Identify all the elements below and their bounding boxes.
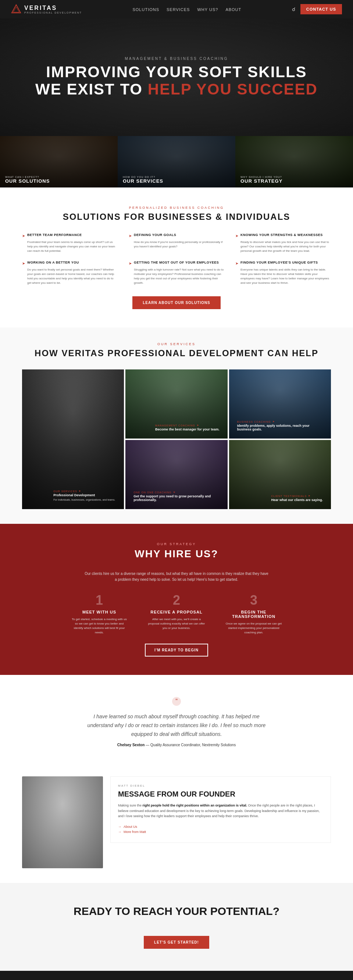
services-section: OUR SERVICES HOW VERITAS PROFESSIONAL DE… [0, 328, 353, 524]
why-tag: OUR STRATEGY [22, 542, 331, 546]
solution-title-4: WORKING ON A BETTER YOU [27, 261, 79, 264]
logo-name: VERITAS [24, 5, 57, 11]
cta-title: READY TO REACH YOUR POTENTIAL? [22, 905, 331, 918]
service-card-tag-4: ONE ON ONE COACHING ➤ [134, 491, 219, 494]
hero-section: MANAGEMENT & BUSINESS COACHING IMPROVING… [0, 18, 353, 136]
testimonial-author: Chelsey Sexton — Quality Assurance Coord… [22, 743, 331, 747]
navigation: VERITAS PROFESSIONAL DEVELOPMENT SOLUTIO… [0, 0, 353, 18]
service-card-title-5: Hear what our clients are saying. [271, 498, 323, 502]
quote-icon: " [22, 697, 331, 708]
solution-arrow-6: ➤ [235, 261, 238, 266]
solution-5: ➤ GETTING THE MOST OUT OF YOUR EMPLOYEES… [129, 261, 224, 285]
contact-us-button[interactable]: CONTACT US [301, 4, 342, 14]
step-1: 1 MEET WITH US To get started, schedule … [70, 593, 129, 635]
nav-why[interactable]: WHY US? [197, 6, 218, 13]
learn-solutions-button[interactable]: LEARN ABOUT OUR SOLUTIONS [132, 296, 221, 309]
svg-marker-1 [13, 7, 19, 12]
nav-solutions[interactable]: SOLUTIONS [132, 6, 159, 13]
svg-marker-0 [12, 5, 21, 13]
service-card-tag-5: CLIENT TESTIMONIALS ➤ [271, 495, 323, 497]
card-3-title: OUR STRATEGY [240, 178, 348, 184]
logo-tagline: PROFESSIONAL DEVELOPMENT [24, 11, 82, 14]
svg-text:": " [175, 698, 178, 704]
founder-content: MATT DIEBEL MESSAGE FROM OUR FOUNDER Mak… [110, 776, 331, 843]
solution-title-6: FINDING YOUR EMPLOYEE'S UNIQUE GIFTS [240, 261, 318, 264]
nav-about[interactable]: ABOUT [226, 6, 241, 13]
testimonial-quote: I have learned so much about myself thro… [84, 713, 269, 738]
step-3: 3 BEGIN THE TRANSFORMATION Once we agree… [224, 593, 283, 635]
step-2: 2 RECEIVE A PROPOSAL After we meet with … [147, 593, 206, 635]
services-tag: OUR SERVICES [22, 342, 331, 346]
services-title: HOW VERITAS PROFESSIONAL DEVELOPMENT CAN… [22, 348, 331, 358]
solution-arrow-4: ➤ [22, 261, 25, 266]
service-card-desc-1: For individuals, businesses, organizatio… [53, 498, 115, 501]
service-card-2[interactable]: MANAGEMENT COACHING ➤ Become the best ma… [126, 369, 227, 439]
step-title-2: RECEIVE A PROPOSAL [147, 610, 206, 614]
solution-3: ➤ KNOWING YOUR STRENGTHS & WEAKNESSES Re… [235, 233, 331, 253]
hero-subtitle: MANAGEMENT & BUSINESS COACHING [35, 57, 318, 60]
hero-card-strategy[interactable]: WHY SHOULD I HIRE YOU? OUR STRATEGY [235, 136, 353, 188]
service-card-5[interactable]: CLIENT TESTIMONIALS ➤ Hear what our clie… [229, 440, 331, 509]
solution-arrow-5: ➤ [129, 261, 132, 266]
service-card-1[interactable]: OUR SERVICES ➤ Professional Development … [22, 369, 124, 509]
get-started-button[interactable]: LET'S GET STARTED! [144, 936, 209, 949]
service-card-4[interactable]: ONE ON ONE COACHING ➤ Get the support yo… [126, 440, 227, 509]
service-card-title-3: Identify problems, apply solutions, reac… [237, 424, 323, 431]
card-2-tag: HOW DO YOU DO IT? [123, 176, 230, 178]
step-num-1: 1 [70, 593, 129, 607]
card-1-tag: WHAT CAN I EXPECT? [5, 176, 113, 178]
step-num-2: 2 [147, 593, 206, 607]
step-num-3: 3 [224, 593, 283, 607]
solution-title-5: GETTING THE MOST OUT OF YOUR EMPLOYEES [134, 261, 219, 264]
step-desc-3: Once we agree on the proposal we can get… [224, 622, 283, 635]
why-desc: Our clients hire us for a diverse range … [84, 571, 269, 582]
founder-image [22, 776, 103, 868]
service-card-3[interactable]: BUSINESS COACHING ➤ Identify problems, a… [229, 369, 331, 439]
step-desc-1: To get started, schedule a meeting with … [70, 617, 129, 635]
step-title-3: BEGIN THE TRANSFORMATION [224, 610, 283, 619]
founder-tag: MATT DIEBEL [118, 784, 323, 788]
card-2-title: OUR SERVICES [123, 178, 230, 184]
nav-links: SOLUTIONS SERVICES WHY US? ABOUT [132, 6, 241, 13]
solution-desc-3: Ready to discover what makes you tick an… [235, 240, 331, 253]
solution-desc-1: Frustrated that your team seems to alway… [22, 240, 118, 253]
logo[interactable]: VERITAS PROFESSIONAL DEVELOPMENT [11, 4, 82, 14]
ready-button[interactable]: I'M READY TO BEGIN [145, 644, 208, 657]
service-card-tag-1: OUR SERVICES ➤ [53, 490, 115, 493]
footer: ABOUT VERITAS Veritas Professional Devel… [0, 971, 353, 980]
hero-title-plain: WE EXIST TO [35, 81, 143, 98]
card-3-tag: WHY SHOULD I HIRE YOU? [240, 176, 348, 178]
step-title-1: MEET WITH US [70, 610, 129, 614]
nav-services[interactable]: SERVICES [167, 6, 190, 13]
cta-section: READY TO REACH YOUR POTENTIAL? LET'S GET… [0, 883, 353, 971]
hero-title-highlight: HELP YOU SUCCEED [148, 81, 318, 98]
solution-title-1: BETTER TEAM PERFORMANCE [27, 233, 82, 237]
service-card-title-4: Get the support you need to grow persona… [134, 495, 219, 502]
solution-2: ➤ DEFINING YOUR GOALS How do you know if… [129, 233, 224, 253]
founder-section: MATT DIEBEL MESSAGE FROM OUR FOUNDER Mak… [0, 769, 353, 883]
testimonial-section: " I have learned so much about myself th… [0, 675, 353, 769]
solution-title-2: DEFINING YOUR GOALS [134, 233, 176, 237]
why-title: WHY HIRE US? [22, 548, 331, 560]
why-steps: 1 MEET WITH US To get started, schedule … [22, 593, 331, 635]
hero-card-services[interactable]: HOW DO YOU DO IT? OUR SERVICES [118, 136, 235, 188]
solution-6: ➤ FINDING YOUR EMPLOYEE'S UNIQUE GIFTS E… [235, 261, 331, 285]
hero-card-solutions[interactable]: WHAT CAN I EXPECT? OUR SOLUTIONS [0, 136, 118, 188]
service-card-title-1: Professional Development [53, 493, 115, 497]
solution-4: ➤ WORKING ON A BETTER YOU Do you want to… [22, 261, 118, 285]
solutions-title: SOLUTIONS FOR BUSINESSES & INDIVIDUALS [22, 212, 331, 222]
founder-link-about[interactable]: About Us [118, 825, 323, 829]
card-1-title: OUR SOLUTIONS [5, 178, 113, 184]
solution-desc-4: Do you want to finally set personal goal… [22, 267, 118, 285]
solution-arrow-1: ➤ [22, 234, 25, 238]
service-card-tag-3: BUSINESS COACHING ➤ [237, 420, 323, 423]
founder-title: MESSAGE FROM OUR FOUNDER [118, 789, 323, 799]
logo-icon [11, 4, 21, 14]
founder-link-more[interactable]: More from Matt [118, 830, 323, 834]
solution-desc-6: Everyone has unique talents and skills t… [235, 267, 331, 285]
service-card-tag-2: MANAGEMENT COACHING ➤ [155, 424, 219, 427]
solution-1: ➤ BETTER TEAM PERFORMANCE Frustrated tha… [22, 233, 118, 253]
founder-links: About Us More from Matt [118, 825, 323, 834]
solutions-section: PERSONALIZED BUSINESS COACHING SOLUTIONS… [0, 188, 353, 328]
search-icon[interactable]: ☌ [292, 6, 295, 12]
